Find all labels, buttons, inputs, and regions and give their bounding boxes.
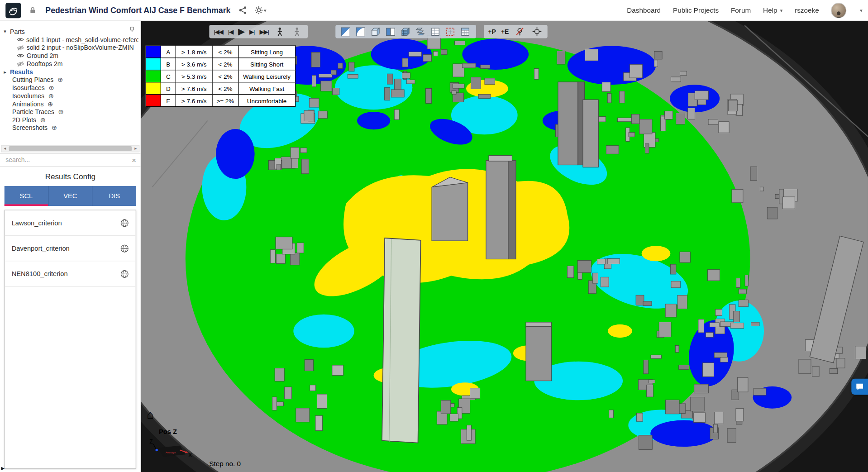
- axis-title: Pos Z: [159, 428, 192, 436]
- fit-view-icon[interactable]: [531, 25, 543, 38]
- legend-swatch: [146, 70, 161, 82]
- home-view-button[interactable]: ⌂: [147, 409, 154, 420]
- nav-dashboard[interactable]: Dashboard: [627, 6, 661, 14]
- tree-node-particle-traces[interactable]: Particle Traces ⊕: [2, 108, 138, 116]
- walk-mode-alt-icon[interactable]: [291, 25, 303, 38]
- search-input[interactable]: [5, 156, 129, 164]
- play-button[interactable]: ▶: [238, 27, 244, 36]
- eye-icon[interactable]: [17, 37, 24, 43]
- legend-exceedance: < 2%: [212, 58, 238, 70]
- username[interactable]: rszoeke: [795, 6, 819, 14]
- tree-item-solid2[interactable]: solid 2 input - noSlipBoxVolume-ZMIN: [2, 44, 138, 52]
- axis-triad[interactable]: Pos Z Z Average X: [149, 428, 192, 462]
- tree-node-parts[interactable]: ▾ Parts: [2, 28, 138, 36]
- add-2d-plot-button[interactable]: ⊕: [40, 117, 46, 124]
- collapse-icon[interactable]: ▾: [2, 29, 8, 34]
- tree-item-ground-2m[interactable]: Ground 2m: [2, 52, 138, 60]
- list-item-lawson[interactable]: Lawson_criterion: [5, 210, 136, 236]
- pin-panel-icon[interactable]: [129, 27, 135, 34]
- add-screenshot-button[interactable]: ⊕: [52, 125, 57, 132]
- eye-off-icon[interactable]: [17, 61, 24, 67]
- criterion-label: NEN8100_criterion: [12, 270, 68, 277]
- remove-probes-icon[interactable]: [514, 25, 526, 38]
- step-back-button[interactable]: |◀: [228, 29, 233, 34]
- tree-item-label: solid 2 input - noSlipBoxVolume-ZMIN: [27, 44, 134, 51]
- tree-node-results[interactable]: ▸ Results: [2, 68, 138, 76]
- add-animation-button[interactable]: ⊕: [48, 100, 53, 107]
- add-isovolume-button[interactable]: ⊕: [48, 93, 54, 100]
- account-menu-button[interactable]: ▾: [860, 8, 863, 13]
- data-table-icon[interactable]: [459, 25, 472, 38]
- legend-exceedance: >= 2%: [212, 95, 238, 107]
- nav-forum[interactable]: Forum: [731, 6, 751, 14]
- remove-section-icon[interactable]: [444, 25, 457, 38]
- mesh-cube-icon[interactable]: [400, 25, 412, 38]
- gear-icon: [254, 6, 262, 14]
- add-particle-trace-button[interactable]: ⊕: [58, 109, 64, 115]
- tree-node-isovolumes[interactable]: Isovolumes ⊕: [2, 92, 138, 100]
- tree-item-rooftops-2m[interactable]: Rooftops 2m: [2, 60, 138, 68]
- legend-threshold: > 5.3 m/s: [176, 70, 212, 82]
- globe-icon[interactable]: [120, 269, 129, 278]
- tree-node-cutting-planes[interactable]: Cutting Planes ⊕: [2, 76, 138, 84]
- scrollbar-thumb[interactable]: [9, 146, 132, 151]
- tree-search: ×: [0, 153, 141, 167]
- list-item-nen8100[interactable]: NEN8100_criterion: [5, 261, 136, 286]
- scene-tree: ▾ Parts solid 1 input - mesh_solid-volum…: [0, 21, 141, 144]
- walk-mode-icon[interactable]: [274, 25, 286, 38]
- expand-icon[interactable]: ▸: [2, 69, 8, 75]
- scroll-left-icon[interactable]: ◂: [2, 146, 9, 151]
- share-button[interactable]: [238, 6, 247, 14]
- skip-to-end-button[interactable]: ▶▶|: [259, 29, 269, 34]
- add-cutting-plane-button[interactable]: ⊕: [57, 76, 63, 83]
- tree-node-isosurfaces[interactable]: Isosurfaces ⊕: [2, 84, 138, 92]
- list-item-davenport[interactable]: Davenport_criterion: [5, 236, 136, 261]
- legend-threshold: > 3.6 m/s: [176, 58, 212, 70]
- eye-off-icon[interactable]: [17, 45, 24, 51]
- step-forward-button[interactable]: ▶|: [249, 29, 254, 34]
- exploded-view-icon[interactable]: [415, 25, 427, 38]
- group-label: Screenshots: [12, 125, 48, 132]
- clip-diagonal-icon[interactable]: [339, 25, 352, 38]
- nav-help[interactable]: Help ▾: [763, 6, 782, 14]
- z-axis-label: Z: [149, 439, 153, 445]
- viewport-toolbar: |◀◀ |◀ ▶ ▶| ▶▶|: [209, 25, 548, 38]
- results-config-tabs: SCL VEC DIS: [5, 186, 136, 206]
- tab-scl[interactable]: SCL: [5, 186, 48, 206]
- dual-view-icon[interactable]: [385, 25, 397, 38]
- legend-band: B: [161, 58, 176, 70]
- section-grid-icon[interactable]: [429, 25, 442, 38]
- eye-icon[interactable]: [17, 53, 24, 59]
- skip-to-start-button[interactable]: |◀◀: [214, 29, 223, 34]
- tree-node-2d-plots[interactable]: 2D Plots ⊕: [2, 116, 138, 124]
- nav-public-projects[interactable]: Public Projects: [673, 6, 719, 14]
- tab-dis[interactable]: DIS: [92, 186, 136, 206]
- avatar[interactable]: [831, 3, 847, 18]
- step-indicator: Step no. 0: [209, 460, 241, 467]
- app-logo[interactable]: [5, 3, 21, 18]
- globe-icon[interactable]: [120, 219, 129, 228]
- group-label: Particle Traces: [12, 109, 54, 115]
- lock-icon: [29, 6, 37, 14]
- clip-box-icon[interactable]: [370, 25, 382, 38]
- clear-search-icon[interactable]: ×: [132, 156, 136, 164]
- tree-node-animations[interactable]: Animations ⊕: [2, 100, 138, 108]
- clip-curved-icon[interactable]: [354, 25, 367, 38]
- tree-node-screenshots[interactable]: Screenshots ⊕: [2, 124, 138, 132]
- tree-item-solid1[interactable]: solid 1 input - mesh_solid-volume-refere…: [2, 36, 138, 44]
- add-point-probe-button[interactable]: +P: [488, 28, 496, 35]
- chat-button[interactable]: [851, 379, 868, 395]
- tree-horizontal-scrollbar[interactable]: ◂ ▸: [1, 145, 139, 152]
- globe-icon[interactable]: [120, 244, 129, 253]
- legend-threshold: > 7.6 m/s: [176, 95, 212, 107]
- add-isosurface-button[interactable]: ⊕: [48, 85, 54, 91]
- panel-resize-handle[interactable]: ▶: [1, 466, 5, 471]
- legend-comfort: Walking Leisurely: [238, 70, 296, 82]
- scroll-right-icon[interactable]: ▸: [132, 146, 139, 151]
- tree-item-label: solid 1 input - mesh_solid-volume-refere…: [26, 36, 138, 43]
- probe-tools: +P +E: [484, 25, 548, 38]
- settings-menu-button[interactable]: ▾: [254, 6, 266, 14]
- tab-vec[interactable]: VEC: [48, 186, 92, 206]
- add-element-probe-button[interactable]: +E: [501, 28, 509, 35]
- legend-swatch: [146, 82, 161, 95]
